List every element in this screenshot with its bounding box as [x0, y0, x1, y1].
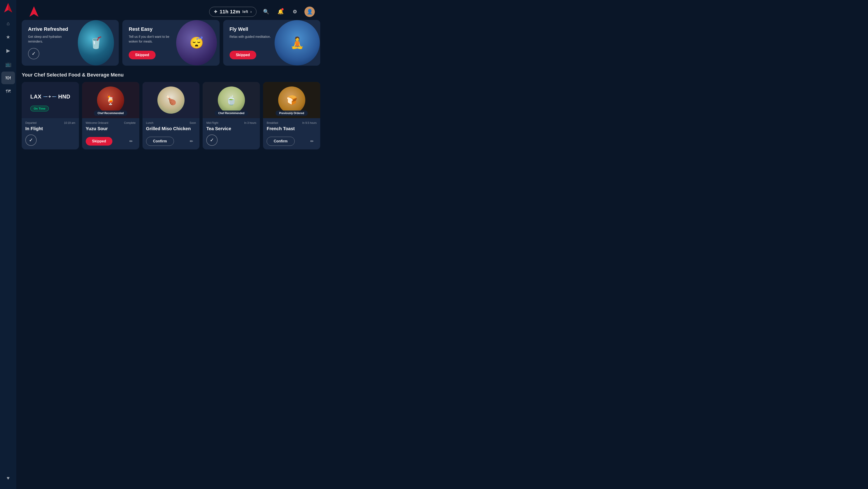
chicken-confirm-button[interactable]: Confirm [146, 137, 174, 146]
rest-easy-desc: Tell us if you don't want to be woken fo… [129, 34, 175, 44]
tea-name: Tea Service [206, 126, 256, 131]
toast-image-area: 🍞 Previously Ordered [263, 82, 320, 118]
toast-edit-button[interactable]: ✏ [308, 137, 317, 146]
yuzu-sour-name: Yuzu Sour [86, 126, 136, 131]
arrow-label: › [250, 10, 252, 14]
yuzu-sour-skipped-button[interactable]: Skipped [86, 137, 113, 146]
on-time-badge-container: On Time [30, 103, 70, 111]
route-line [43, 96, 48, 97]
destination-label: HND [58, 93, 70, 100]
left-label: left [243, 10, 248, 14]
fly-well-desc: Relax with guided meditation. [229, 34, 276, 39]
banner-cards-row: Arrive Refreshed Get sleep and hydration… [22, 20, 320, 66]
origin-label: LAX [30, 93, 41, 100]
edit-icon: ✏ [129, 139, 133, 144]
arrive-refreshed-check-button[interactable]: ✓ [28, 48, 39, 59]
flight-meta-left: Departed [25, 121, 36, 124]
delta-top-logo [27, 5, 41, 18]
home-icon: ⌂ [6, 21, 9, 27]
check-icon: ✓ [32, 51, 36, 57]
tea-chef-recommended-badge: Chef Recommended [215, 111, 248, 116]
tea-meta: Mid-Flight In 3 hours [206, 121, 256, 124]
settings-button[interactable]: ⚙ [290, 7, 300, 17]
tea-check-button[interactable]: ✓ [206, 135, 218, 146]
edit-icon: ✏ [190, 139, 193, 144]
toast-confirm-button[interactable]: Confirm [267, 137, 294, 146]
plane-icon: ✈ [214, 9, 217, 14]
rest-easy-skipped-button[interactable]: Skipped [129, 51, 155, 59]
flight-status-pill[interactable]: ✈ 11h 12m left › [209, 7, 256, 17]
flight-meta-right: 10:19 am [64, 121, 75, 124]
sidebar: ⌂ ★ ▶ 📺 🍽 🗺 ♥ [0, 0, 16, 183]
sleep-image: 😴 [176, 20, 217, 65]
chicken-meta: Lunch Soon [146, 121, 196, 124]
chicken-name: Grilled Miso Chicken [146, 126, 196, 131]
flight-time-left: 11h 12m [220, 9, 240, 15]
previously-ordered-badge: Previously Ordered [276, 111, 308, 116]
chef-recommended-badge: Chef Recommended [94, 111, 127, 116]
sidebar-item-entertainment[interactable]: ▶ [1, 45, 15, 57]
yuzu-sour-edit-button[interactable]: ✏ [127, 137, 136, 146]
chicken-meta-left: Lunch [146, 121, 154, 124]
flight-info-map-area: LAX ✈ HND On Time [22, 82, 79, 118]
water-glass-image: 🥤 [78, 20, 114, 65]
banner-card-arrive-refreshed: Arrive Refreshed Get sleep and hydration… [22, 20, 119, 66]
svg-marker-4 [29, 6, 38, 17]
notification-dot [281, 8, 284, 10]
flight-route: LAX ✈ HND [30, 93, 70, 100]
top-nav: ✈ 11h 12m left › 🔍 🔔 ⚙ 👤 [22, 4, 320, 20]
toast-body: Breakfast In 9.5 hours French Toast Conf… [263, 118, 320, 149]
tea-meta-right: In 3 hours [244, 121, 256, 124]
rest-easy-image: 😴 [171, 20, 219, 66]
fly-well-skipped-button[interactable]: Skipped [229, 51, 256, 59]
flight-card-name: In Flight [25, 126, 75, 131]
tea-image: 🍵 [218, 86, 245, 114]
flight-info-meta: Departed 10:19 am [25, 121, 75, 124]
sidebar-item-tv[interactable]: 📺 [1, 58, 15, 70]
check-icon: ✓ [29, 137, 33, 143]
avatar-icon: 👤 [307, 9, 313, 15]
yuzu-sour-body: Welcome Onboard Complete Yuzu Sour Skipp… [82, 118, 139, 149]
yuzu-sour-image-area: 🍹 Chef Recommended [82, 82, 139, 118]
svg-marker-2 [8, 3, 12, 12]
flight-card-actions: ✓ [25, 135, 75, 146]
map-icon: 🗺 [6, 88, 11, 94]
yuzu-meta-right: Complete [124, 121, 135, 124]
chicken-image-area: 🍗 [143, 82, 200, 118]
banner-card-rest-easy: Rest Easy Tell us if you don't want to b… [122, 20, 219, 66]
yuzu-sour-meta: Welcome Onboard Complete [86, 121, 136, 124]
chicken-edit-button[interactable]: ✏ [187, 137, 196, 146]
delta-logo [2, 2, 14, 14]
avatar[interactable]: 👤 [304, 6, 315, 17]
sidebar-item-dining[interactable]: 🍽 [1, 71, 15, 84]
menu-card-tea-service: 🍵 Chef Recommended Mid-Flight In 3 hours… [203, 82, 260, 149]
tea-actions: ✓ [206, 135, 256, 146]
flight-check-button[interactable]: ✓ [25, 135, 37, 146]
menu-card-flight-info: LAX ✈ HND On Time Departed [22, 82, 79, 149]
toast-meta-left: Breakfast [267, 121, 278, 124]
dining-icon: 🍽 [6, 75, 11, 81]
sidebar-item-favorites[interactable]: ★ [1, 31, 15, 44]
notifications-button[interactable]: 🔔 [276, 7, 285, 17]
menu-card-grilled-miso-chicken: 🍗 Lunch Soon Grilled Miso Chicken Confir… [143, 82, 200, 149]
toast-image: 🍞 [278, 86, 305, 114]
search-icon: 🔍 [263, 9, 269, 15]
menu-card-french-toast: 🍞 Previously Ordered Breakfast In 9.5 ho… [263, 82, 320, 149]
menu-section-title: Your Chef Selected Food & Beverage Menu [22, 72, 320, 78]
settings-icon: ⚙ [293, 9, 297, 15]
search-button[interactable]: 🔍 [261, 7, 271, 17]
fly-well-image: 🧘 [272, 20, 320, 66]
sidebar-item-home[interactable]: ⌂ [1, 17, 15, 30]
menu-cards-row: LAX ✈ HND On Time Departed [22, 82, 320, 149]
banner-card-fly-well: Fly Well Relax with guided meditation. 🧘… [223, 20, 320, 66]
sidebar-item-map[interactable]: 🗺 [1, 85, 15, 98]
plane-route-icon: ✈ [49, 95, 51, 98]
toast-name: French Toast [267, 126, 317, 131]
route-line-2 [52, 96, 57, 97]
arrive-refreshed-image: 🥤 [70, 20, 119, 66]
star-icon: ★ [6, 34, 10, 40]
chicken-actions: Confirm ✏ [146, 137, 196, 146]
tea-meta-left: Mid-Flight [206, 121, 218, 124]
tea-body: Mid-Flight In 3 hours Tea Service ✓ [203, 118, 260, 149]
chicken-body: Lunch Soon Grilled Miso Chicken Confirm … [143, 118, 200, 149]
